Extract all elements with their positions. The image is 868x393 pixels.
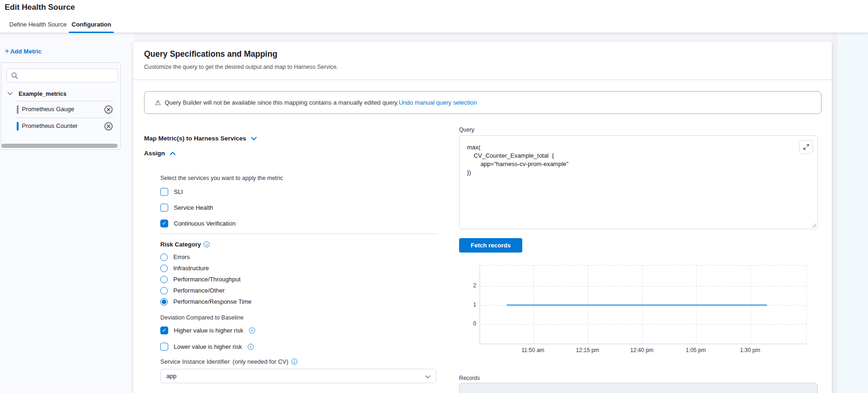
metric-group-row[interactable]: Example_metrics xyxy=(1,87,120,100)
plus-icon: + xyxy=(5,47,9,55)
metric-selected-bar xyxy=(17,122,19,131)
metric-search-input[interactable] xyxy=(21,69,114,81)
metric-item-label: Prometheus Counter xyxy=(22,122,78,129)
radio-label: Performance/Throughput xyxy=(173,276,241,283)
risk-category-label: Risk Category i xyxy=(160,241,210,248)
configuration-panel: Query Specifications and Mapping Customi… xyxy=(133,42,832,393)
checkbox-label: SLI xyxy=(174,188,183,195)
radio-icon xyxy=(160,287,168,294)
radio-performance-other[interactable]: Performance/Other xyxy=(160,286,225,294)
radio-label: Errors xyxy=(173,253,190,260)
metric-search xyxy=(7,68,118,82)
add-metric-label: Add Metric xyxy=(10,48,41,55)
radio-label: Performance/Response Time xyxy=(173,298,251,305)
active-tab-underline xyxy=(69,32,114,33)
tab-bar: Define Health Source Configuration xyxy=(0,17,868,33)
service-instance-select[interactable]: app xyxy=(160,369,436,383)
remove-metric-icon[interactable] xyxy=(104,122,113,131)
checkbox-continuous-verification[interactable]: Continuous Verification xyxy=(160,219,236,228)
checkbox-sli[interactable]: SLI xyxy=(160,187,183,196)
info-icon[interactable]: i xyxy=(248,344,254,350)
checkbox-icon xyxy=(160,188,168,196)
resize-grip[interactable] xyxy=(811,222,816,228)
records-container xyxy=(459,383,818,393)
checkbox-higher-value-higher-risk[interactable]: Higher value is higher risk i xyxy=(160,326,255,335)
horizontal-scrollbar[interactable] xyxy=(1,144,118,148)
info-icon[interactable]: i xyxy=(204,241,210,247)
query-editor[interactable]: max( CV_Counter_Example_total { app="har… xyxy=(459,135,818,229)
metric-group-name: Example_metrics xyxy=(19,91,66,97)
query-code: max( CV_Counter_Example_total { app="har… xyxy=(467,143,568,177)
expand-query-button[interactable] xyxy=(799,140,813,154)
checkbox-label: Continuous Verification xyxy=(174,220,236,227)
query-builder-warning: ⚠ Query Builder will not be available si… xyxy=(144,91,822,114)
metrics-sidebar: + Add Metric Example_metrics xyxy=(0,33,133,393)
title-bar: Edit Health Source xyxy=(0,0,868,17)
add-metric-button[interactable]: + Add Metric xyxy=(5,47,41,55)
records-label: Records xyxy=(459,375,480,381)
map-metrics-label: Map Metric(s) to Harness Services xyxy=(144,135,246,142)
section-subheading: Customize the query to get the desired o… xyxy=(144,64,338,70)
metric-item-prometheus-counter[interactable]: Prometheus Counter xyxy=(1,118,120,134)
drawer-body: + Add Metric Example_metrics xyxy=(0,33,868,393)
select-value: app xyxy=(166,373,177,380)
section-heading: Query Specifications and Mapping xyxy=(144,49,277,59)
tab-define-health-source[interactable]: Define Health Source xyxy=(7,17,70,33)
radio-label: Performance/Other xyxy=(173,287,225,294)
radio-icon xyxy=(160,265,168,272)
drawer-edge-gutter xyxy=(832,33,837,393)
warning-icon: ⚠ xyxy=(155,99,161,107)
assign-divider xyxy=(160,233,437,234)
tab-configuration-label: Configuration xyxy=(72,21,111,28)
chart-plot: 210 xyxy=(480,265,807,344)
services-label: Select the services you want to apply th… xyxy=(160,175,283,181)
assign-label: Assign xyxy=(144,150,165,157)
metric-status-bar xyxy=(17,105,19,114)
checkbox-icon xyxy=(160,204,168,212)
radio-label: Infrastructure xyxy=(173,265,209,272)
radio-icon xyxy=(160,253,168,261)
search-icon xyxy=(11,72,18,79)
undo-manual-query-link[interactable]: Undo manual query selection xyxy=(399,99,477,106)
map-metrics-toggle[interactable]: Map Metric(s) to Harness Services xyxy=(144,135,257,142)
fetch-records-button[interactable]: Fetch records xyxy=(459,238,522,253)
section-divider xyxy=(133,80,832,80)
radio-selected-icon xyxy=(160,298,168,306)
chevron-down-icon xyxy=(7,92,13,95)
timeseries-chart: 210 11:50 am12:15 pm12:40 pm1:05 pm1:30 … xyxy=(459,260,818,356)
background-page-strip xyxy=(837,33,868,393)
tab-configuration[interactable]: Configuration xyxy=(69,17,114,33)
checkbox-lower-value-higher-risk[interactable]: Lower value is higher risk i xyxy=(160,342,254,351)
warning-text: Query Builder will not be available sinc… xyxy=(164,99,398,106)
fullscreen-icon xyxy=(803,144,809,150)
checkbox-label: Higher value is higher risk xyxy=(174,327,243,334)
edit-health-source-drawer: Edit Health Source Define Health Source … xyxy=(0,0,868,393)
service-instance-identifier-label: Service Instance Identifier (only needed… xyxy=(160,358,297,365)
chevron-down-icon xyxy=(251,137,257,140)
page-title: Edit Health Source xyxy=(5,3,75,12)
metric-item-label: Prometheus Gauge xyxy=(22,106,74,113)
info-icon[interactable]: i xyxy=(291,359,297,365)
info-icon[interactable]: i xyxy=(249,327,255,333)
metrics-list-panel: Example_metrics Prometheus Gauge Promet xyxy=(1,62,121,150)
checkbox-checked-icon xyxy=(160,326,168,334)
radio-performance-response-time[interactable]: Performance/Response Time xyxy=(160,298,251,306)
radio-icon xyxy=(160,276,168,283)
radio-infrastructure[interactable]: Infrastructure xyxy=(160,264,209,272)
checkbox-service-health[interactable]: Service Health xyxy=(160,203,213,212)
radio-performance-throughput[interactable]: Performance/Throughput xyxy=(160,275,241,283)
query-label: Query xyxy=(459,127,474,133)
checkbox-label: Service Health xyxy=(174,204,213,211)
metric-item-prometheus-gauge[interactable]: Prometheus Gauge xyxy=(1,101,120,118)
checkbox-label: Lower value is higher risk xyxy=(174,343,242,350)
chevron-down-icon xyxy=(425,375,430,379)
checkbox-icon xyxy=(160,343,168,351)
chart-x-labels: 11:50 am12:15 pm12:40 pm1:05 pm1:30 pm xyxy=(480,347,807,354)
remove-metric-icon[interactable] xyxy=(104,105,113,114)
deviation-label: Deviation Compared to Baseline xyxy=(160,314,243,321)
assign-toggle[interactable]: Assign xyxy=(144,150,176,157)
radio-errors[interactable]: Errors xyxy=(160,253,190,261)
chevron-up-icon xyxy=(170,152,176,155)
checkbox-checked-icon xyxy=(160,220,168,227)
